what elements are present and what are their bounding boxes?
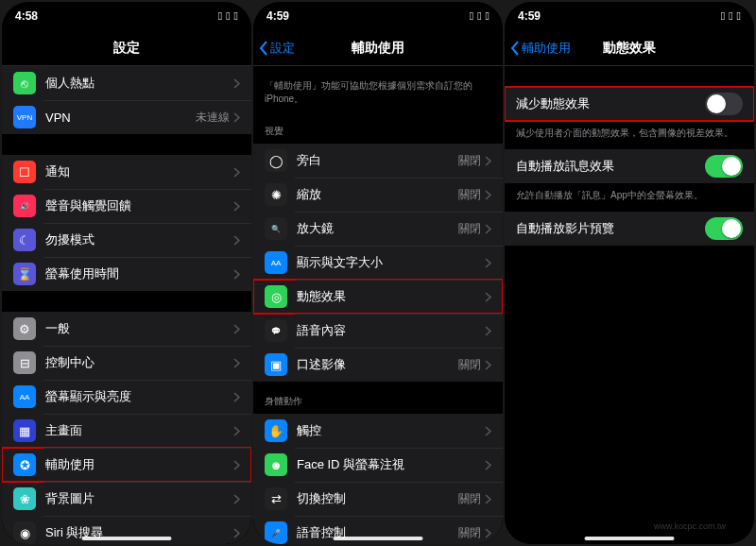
- navbar: 設定: [2, 30, 251, 66]
- row-label: VPN: [45, 111, 196, 125]
- row-motion[interactable]: ◎ 動態效果: [253, 280, 503, 314]
- settings-list[interactable]: ⎋ 個人熱點 VPN VPN 未連線 ☐ 通知 🔊 聲音與觸覺回饋 ☾ 勿擾模式…: [2, 66, 251, 544]
- row-voiceover[interactable]: ◯ 旁白 關閉: [253, 144, 503, 178]
- status-bar: 4:59 􀙇 􀙇 􀛨: [505, 2, 754, 30]
- accessibility-list[interactable]: 「輔助使用」功能可協助您根據個別需求自訂您的iPhone。 視覺 ◯ 旁白 關閉…: [253, 66, 503, 544]
- status-icons: 􀙇 􀙇 􀛨: [721, 9, 741, 23]
- chevron-right-icon: [233, 235, 240, 246]
- row-vpn[interactable]: VPN VPN 未連線: [2, 100, 251, 134]
- toggle-reduce-motion[interactable]: [705, 93, 743, 115]
- row-audio-desc[interactable]: ▣ 口述影像 關閉: [253, 348, 503, 382]
- row-footer: 允許自動播放「訊息」App中的全螢幕效果。: [505, 183, 754, 212]
- row-label: 螢幕顯示與亮度: [45, 388, 233, 405]
- row-label: 輔助使用: [45, 456, 233, 473]
- chevron-right-icon: [485, 224, 491, 234]
- chevron-right-icon: [485, 360, 491, 370]
- signal-icon: 􀙇: [470, 9, 473, 23]
- row-reduce-motion[interactable]: 減少動態效果: [505, 87, 754, 121]
- screen-settings: 4:58 􀙇 􀙇 􀛨 設定 ⎋ 個人熱點 VPN VPN 未連線 ☐ 通知 🔊 …: [2, 2, 251, 544]
- row-do-not-disturb[interactable]: ☾ 勿擾模式: [2, 223, 251, 257]
- chevron-right-icon: [233, 528, 240, 538]
- notifications-icon: ☐: [13, 161, 36, 183]
- row-notifications[interactable]: ☐ 通知: [2, 155, 251, 189]
- row-detail: 關閉: [458, 221, 481, 237]
- section-motor: 身體動作: [253, 382, 503, 414]
- clock: 4:59: [266, 9, 289, 23]
- row-display[interactable]: AA 螢幕顯示與亮度: [2, 380, 251, 414]
- home-indicator[interactable]: [585, 537, 675, 540]
- screen-motion: 4:59 􀙇 􀙇 􀛨 輔助使用 動態效果 減少動態效果 減少使用者介面的動態效果…: [505, 2, 754, 544]
- row-detail: 關閉: [458, 491, 481, 507]
- row-label: 控制中心: [45, 354, 233, 371]
- row-touch[interactable]: ✋ 觸控: [253, 414, 503, 448]
- toggle-auto-play-video[interactable]: [705, 217, 743, 240]
- display-icon: AA: [13, 385, 36, 408]
- home-indicator[interactable]: [334, 537, 423, 540]
- row-label: 自動播放影片預覽: [516, 220, 705, 237]
- page-title: 動態效果: [603, 40, 656, 57]
- row-label: 動態效果: [297, 288, 485, 305]
- chevron-right-icon: [233, 324, 240, 334]
- section-vision: 視覺: [253, 111, 503, 144]
- page-title: 輔助使用: [352, 40, 404, 57]
- spoken-content-icon: 💬: [265, 319, 287, 342]
- row-control-center[interactable]: ⊟ 控制中心: [2, 346, 251, 380]
- row-detail: 關閉: [458, 357, 481, 373]
- chevron-right-icon: [233, 78, 240, 89]
- chevron-right-icon: [233, 460, 240, 470]
- row-label: 主畫面: [45, 422, 233, 439]
- battery-icon: 􀛨: [486, 9, 490, 23]
- row-auto-play-msg[interactable]: 自動播放訊息效果: [505, 149, 754, 183]
- home-indicator[interactable]: [82, 537, 172, 540]
- row-general[interactable]: ⚙ 一般: [2, 312, 251, 346]
- row-label: 一般: [45, 320, 233, 337]
- clock: 4:59: [518, 9, 541, 23]
- row-label: 切換控制: [297, 490, 458, 507]
- chevron-right-icon: [233, 392, 240, 402]
- row-detail: 關閉: [458, 187, 481, 203]
- row-screen-time[interactable]: ⌛ 螢幕使用時間: [2, 257, 251, 291]
- row-personal-hotspot[interactable]: ⎋ 個人熱點: [2, 66, 251, 100]
- wifi-icon: 􀙇: [226, 9, 230, 23]
- control-center-icon: ⊟: [13, 351, 36, 374]
- row-label: 減少動態效果: [516, 95, 705, 112]
- home-screen-icon: ▦: [13, 419, 36, 442]
- personal-hotspot-icon: ⎋: [13, 72, 36, 94]
- chevron-right-icon: [233, 167, 240, 178]
- row-home-screen[interactable]: ▦ 主畫面: [2, 414, 251, 448]
- row-label: 顯示與文字大小: [297, 254, 485, 271]
- row-accessibility[interactable]: ✪ 輔助使用: [2, 448, 251, 482]
- row-detail: 未連線: [196, 110, 230, 126]
- row-magnifier[interactable]: 🔍 放大鏡 關閉: [253, 212, 503, 246]
- row-spoken-content[interactable]: 💬 語音內容: [253, 314, 503, 348]
- row-label: 觸控: [297, 422, 485, 439]
- chevron-right-icon: [485, 528, 491, 538]
- touch-icon: ✋: [265, 419, 287, 442]
- toggle-auto-play-msg[interactable]: [705, 155, 743, 178]
- status-bar: 4:59 􀙇 􀙇 􀛨: [253, 2, 503, 30]
- row-wallpaper[interactable]: ❀ 背景圖片: [2, 482, 251, 516]
- switch-control-icon: ⇄: [265, 487, 287, 510]
- row-face-id-attn[interactable]: ☻ Face ID 與螢幕注視: [253, 448, 503, 482]
- back-label: 輔助使用: [522, 40, 571, 57]
- status-bar: 4:58 􀙇 􀙇 􀛨: [2, 2, 251, 30]
- clock: 4:58: [15, 9, 38, 23]
- row-text-size[interactable]: AA 顯示與文字大小: [253, 246, 503, 280]
- row-label: 語音內容: [297, 322, 485, 339]
- row-label: 背景圖片: [45, 490, 233, 507]
- status-icons: 􀙇 􀙇 􀛨: [218, 9, 238, 23]
- row-switch-control[interactable]: ⇄ 切換控制 關閉: [253, 482, 503, 516]
- chevron-right-icon: [485, 494, 491, 504]
- back-button[interactable]: 輔助使用: [510, 40, 571, 57]
- back-button[interactable]: 設定: [259, 40, 295, 57]
- motion-list[interactable]: 減少動態效果 減少使用者介面的動態效果，包含圖像的視差效果。 自動播放訊息效果 …: [505, 66, 754, 544]
- voiceover-icon: ◯: [265, 149, 287, 172]
- row-label: 通知: [45, 163, 233, 180]
- row-zoom[interactable]: ✺ 縮放 關閉: [253, 178, 503, 212]
- chevron-right-icon: [485, 190, 491, 200]
- row-sounds[interactable]: 🔊 聲音與觸覺回饋: [2, 189, 251, 223]
- chevron-right-icon: [485, 292, 491, 302]
- wallpaper-icon: ❀: [13, 487, 36, 510]
- row-auto-play-video[interactable]: 自動播放影片預覽: [505, 212, 754, 246]
- chevron-right-icon: [233, 112, 240, 123]
